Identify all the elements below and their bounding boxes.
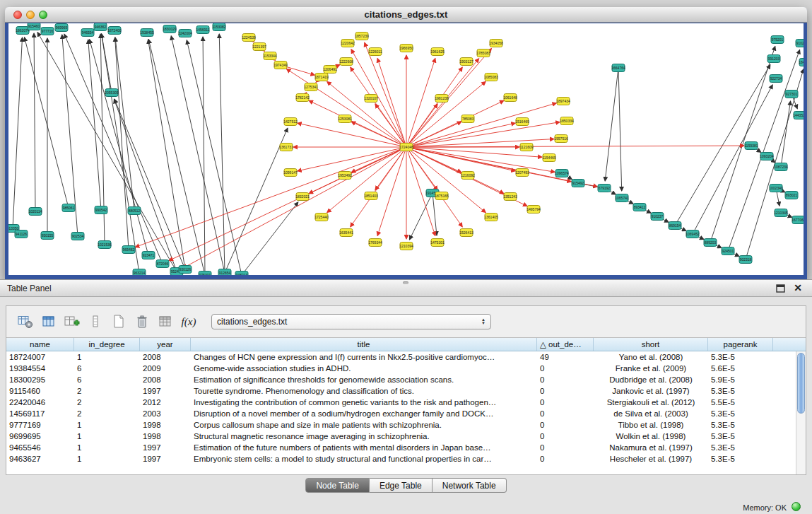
table-row[interactable]: 969969511998Structural magnetic resonanc… <box>6 431 796 442</box>
graph-node[interactable]: 1020114 <box>28 208 42 216</box>
graph-node[interactable]: 1782142 <box>295 94 310 102</box>
graph-node[interactable]: 2242004 <box>178 30 192 37</box>
graph-node[interactable]: 1875165 <box>435 192 449 200</box>
graph-node[interactable]: 1516469 <box>515 118 529 126</box>
graph-node[interactable]: 1495794 <box>526 206 541 214</box>
graph-edge[interactable] <box>406 59 435 147</box>
graph-node[interactable]: 1153344 <box>263 52 276 60</box>
graph-node[interactable]: 1957516 <box>554 135 568 143</box>
column-header-out-de-[interactable]: △ out_de… <box>537 338 594 351</box>
graph-node[interactable]: 1121609 <box>519 144 533 151</box>
graph-node[interactable]: 1981238 <box>435 95 449 103</box>
graph-node[interactable]: 930126 <box>179 266 192 274</box>
graph-node[interactable]: 1974349 <box>273 62 288 69</box>
table-row[interactable]: 977716911998Corpus callosum shape and si… <box>6 419 796 431</box>
graph-node[interactable]: 912654 <box>218 269 231 276</box>
graph-node[interactable]: 785083 <box>461 115 474 123</box>
graph-node[interactable]: 977716 <box>41 28 54 35</box>
graph-node[interactable]: 910242 <box>796 40 804 47</box>
graph-node[interactable]: 1934058 <box>489 40 503 47</box>
graph-node[interactable]: 1220642 <box>341 40 355 47</box>
graph-node[interactable]: 1216092 <box>461 172 475 180</box>
graph-edge[interactable] <box>406 122 560 147</box>
graph-node[interactable]: 1724046 <box>399 144 413 151</box>
graph-node[interactable]: 948213 <box>235 271 248 276</box>
graph-edge[interactable] <box>225 128 288 273</box>
graph-edge[interactable] <box>406 122 461 147</box>
graph-node[interactable]: 679192 <box>598 185 611 192</box>
column-header-name[interactable]: name <box>6 338 74 351</box>
graph-node[interactable]: 1069452 <box>686 230 700 238</box>
column-header-title[interactable]: title <box>191 338 537 351</box>
graph-node[interactable]: 1206491 <box>323 66 337 74</box>
graph-edge[interactable] <box>34 33 35 211</box>
graph-edge[interactable] <box>377 59 406 147</box>
graph-node[interactable]: 963214 <box>133 269 146 276</box>
graph-edge[interactable] <box>327 81 406 147</box>
graph-node[interactable]: 1475301 <box>430 239 445 247</box>
graph-edge[interactable] <box>406 103 556 147</box>
graph-edge[interactable] <box>605 68 618 181</box>
graph-edge[interactable] <box>781 101 791 167</box>
network-canvas[interactable]: 1863074915460977716969969946554946362187… <box>8 23 804 275</box>
graph-node[interactable]: 1002340 <box>769 185 783 192</box>
graph-node[interactable]: 1224539 <box>242 34 256 42</box>
table-row[interactable]: 1872400712008Changes of HCN gene express… <box>6 351 796 363</box>
graph-node[interactable]: 1154469 <box>542 154 555 162</box>
graph-node[interactable]: 923471 <box>142 252 155 259</box>
graph-node[interactable]: 869154 <box>669 222 681 230</box>
graph-edge[interactable] <box>242 202 298 275</box>
graph-node[interactable]: 1085083 <box>484 74 498 81</box>
graph-node[interactable]: 1938455 <box>140 29 154 37</box>
graph-node[interactable]: 946362 <box>94 23 107 31</box>
graph-node[interactable]: 1785083 <box>476 49 490 57</box>
table-row[interactable]: 911546021997Tourette syndrome. Phenomeno… <box>6 385 796 397</box>
graph-node[interactable]: 969969 <box>55 24 68 32</box>
column-header-short[interactable]: short <box>594 338 708 351</box>
graph-edge[interactable] <box>88 40 101 210</box>
graph-node[interactable]: 975201 <box>771 36 784 44</box>
graph-node[interactable]: 902318 <box>739 256 752 264</box>
graph-edge[interactable] <box>203 37 205 275</box>
graph-node[interactable]: 1830029 <box>163 25 177 33</box>
add-column-icon[interactable] <box>61 312 83 332</box>
graph-node[interactable]: 1253081 <box>338 115 352 123</box>
graph-node[interactable]: 1222608 <box>339 58 353 66</box>
graph-node[interactable]: 927301 <box>785 90 798 98</box>
graph-node[interactable]: 990542 <box>95 206 107 214</box>
narrow-column-icon[interactable] <box>85 312 106 332</box>
graph-node[interactable]: 915460 <box>28 23 40 30</box>
tab-node-table[interactable]: Node Table <box>305 478 370 493</box>
graph-node[interactable]: 1210394 <box>399 243 413 250</box>
graph-node[interactable]: 872046 <box>156 260 169 268</box>
table-source-selector[interactable]: citations_edges.txt ▲▼ <box>211 314 491 329</box>
gray-table-icon[interactable] <box>155 312 176 332</box>
delete-icon[interactable] <box>131 312 153 332</box>
graph-node[interactable]: 1159381 <box>744 142 758 150</box>
window-titlebar[interactable]: citations_edges.txt <box>5 7 807 23</box>
minimize-window-button[interactable] <box>26 11 35 19</box>
graph-node[interactable]: 1320107 <box>364 95 378 103</box>
graph-node[interactable]: 991203 <box>767 55 780 63</box>
function-builder-icon[interactable]: f(x) <box>178 312 199 332</box>
graph-node[interactable]: 910237 <box>651 213 664 221</box>
table-row[interactable]: 946554611997Estimation of the future num… <box>6 442 796 453</box>
graph-node[interactable]: 1832021 <box>295 193 310 201</box>
graph-node[interactable]: 1096574 <box>555 170 569 177</box>
graph-node[interactable]: 1361405 <box>484 214 498 221</box>
graph-node[interactable]: 880512 <box>128 207 141 215</box>
graph-node[interactable]: 1087234 <box>774 163 788 171</box>
graph-node[interactable]: 975301 <box>199 271 211 276</box>
column-header-in-degree[interactable]: in_degree <box>74 338 140 351</box>
graph-node[interactable]: 2055309 <box>105 89 119 97</box>
table-row[interactable]: 1938455462009Genome-wide association stu… <box>6 363 796 374</box>
graph-edge[interactable] <box>406 81 486 147</box>
table-row[interactable]: 1456911722003Disruption of a novel membe… <box>6 408 796 419</box>
graph-edge[interactable] <box>710 46 775 243</box>
zoom-window-button[interactable] <box>39 11 47 19</box>
graph-edge[interactable] <box>219 34 225 273</box>
graph-node[interactable]: 1275341 <box>304 83 318 91</box>
graph-edge[interactable] <box>148 40 205 275</box>
graph-node[interactable]: 1207493 <box>515 169 529 177</box>
table-row[interactable]: 1830029562008Estimation of significance … <box>6 374 796 385</box>
